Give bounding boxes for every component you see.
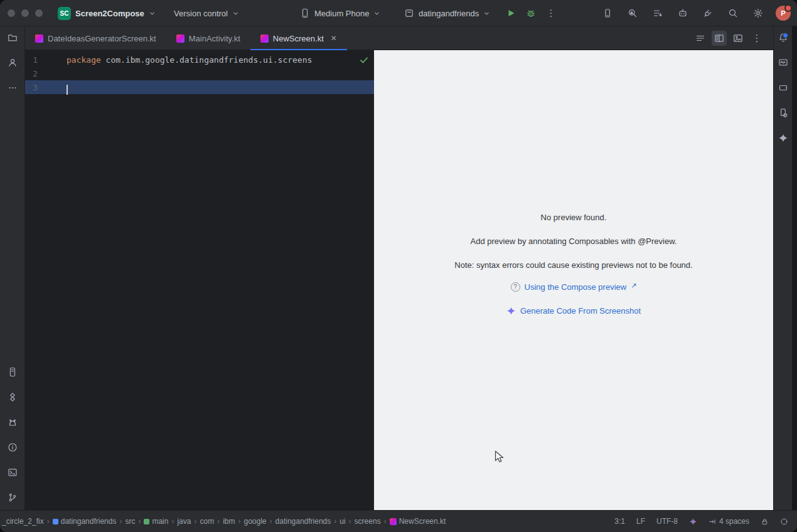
compose-preview-help-link[interactable]: ? Using the Compose preview ↗ <box>374 282 773 292</box>
breadcrumb-separator: › <box>47 517 50 526</box>
keyword: package <box>67 55 101 65</box>
collaboration-tool-button[interactable] <box>5 55 20 70</box>
run-configuration-selector[interactable]: datingandfriends <box>404 0 490 26</box>
breadcrumb-item[interactable]: NewScreen.kt <box>390 517 446 526</box>
generate-code-link[interactable]: Generate Code From Screenshot <box>374 306 773 316</box>
landscape-phone-icon <box>778 83 788 93</box>
caret-position-widget[interactable]: 3:1 <box>614 517 625 526</box>
status-indicator-widget[interactable] <box>780 518 788 526</box>
tab-dateideasgeneratorscreen[interactable]: DateIdeasGeneratorScreen.kt <box>25 26 166 50</box>
breadcrumb-item[interactable]: google <box>243 517 266 526</box>
task-list-button[interactable] <box>650 6 665 21</box>
task-list-icon <box>653 8 663 18</box>
external-link-icon: ↗ <box>631 282 636 290</box>
more-run-options-button[interactable]: ⋮ <box>543 6 559 21</box>
text-caret <box>67 85 68 95</box>
kotlin-file-icon <box>176 35 185 43</box>
code-view-button[interactable] <box>693 31 708 46</box>
code-line: 2 <box>25 66 374 80</box>
inspections-ok-check-icon[interactable] <box>359 55 369 65</box>
device-manager-tool-button[interactable] <box>776 105 791 120</box>
close-window-button[interactable] <box>8 9 15 17</box>
profiler-tool-button[interactable] <box>776 55 791 70</box>
line-number[interactable]: 2 <box>25 69 38 78</box>
app-quality-insights-tool-button[interactable] <box>5 390 20 405</box>
running-devices-tool-button[interactable] <box>5 364 20 380</box>
profile-avatar[interactable]: P <box>776 6 791 21</box>
plugins-button[interactable] <box>700 6 715 21</box>
breadcrumb-item[interactable]: main <box>144 517 168 526</box>
breadcrumb-separator: › <box>384 517 387 526</box>
problems-tool-button[interactable] <box>5 440 20 455</box>
indent-widget[interactable]: 4 spaces <box>709 517 749 526</box>
generate-code-link-label: Generate Code From Screenshot <box>520 306 641 316</box>
breadcrumb-separator: › <box>238 517 240 526</box>
design-view-button[interactable] <box>730 31 746 46</box>
notifications-button[interactable] <box>776 30 791 45</box>
breadcrumb-item[interactable]: _circle_2_fix <box>2 517 44 526</box>
terminal-tool-button[interactable] <box>5 465 20 480</box>
find-button[interactable]: a <box>625 6 640 21</box>
run-button[interactable] <box>503 6 518 21</box>
ai-assistant-button[interactable] <box>675 6 690 21</box>
breadcrumb-item[interactable]: ui <box>340 517 345 526</box>
device-icon <box>602 8 612 18</box>
encoding-widget[interactable]: UTF-8 <box>656 517 678 526</box>
gemini-tool-button[interactable] <box>776 130 791 146</box>
code-view-icon <box>695 33 705 43</box>
device-manager-button[interactable] <box>600 6 615 21</box>
code-editor[interactable]: 1 package com.ibm.google.datingandfriend… <box>25 50 374 510</box>
search-everywhere-button[interactable] <box>725 6 741 21</box>
project-tool-button[interactable] <box>5 30 20 45</box>
left-tool-stripe <box>0 26 25 510</box>
tab-newscreen[interactable]: NewScreen.kt ✕ <box>250 26 347 50</box>
plug-icon <box>703 8 713 18</box>
git-branch-icon <box>8 492 18 503</box>
lock-icon <box>761 518 769 526</box>
tab-mainactivity[interactable]: MainActivity.kt <box>166 26 250 50</box>
debug-button[interactable] <box>523 6 538 21</box>
no-preview-title: No preview found. <box>374 213 773 222</box>
status-circle-icon <box>780 518 788 526</box>
ellipsis-icon <box>8 83 18 93</box>
kotlin-file-icon <box>260 35 269 43</box>
breadcrumb-item[interactable]: screens <box>355 517 381 526</box>
editor-tab-bar: DateIdeasGeneratorScreen.kt MainActivity… <box>25 26 773 50</box>
find-icon: a <box>628 8 638 18</box>
minimize-window-button[interactable] <box>21 9 29 17</box>
gemini-status-widget[interactable] <box>689 518 697 526</box>
breadcrumbs: _circle_2_fix › datingandfriends › src ›… <box>2 511 446 532</box>
version-control-tool-button[interactable] <box>5 490 20 505</box>
breadcrumb-item[interactable]: ibm <box>223 517 235 526</box>
more-tool-windows-button[interactable] <box>5 80 20 95</box>
app-logo: SC <box>58 7 71 20</box>
person-icon <box>8 58 18 68</box>
line-separator-widget[interactable]: LF <box>636 517 645 526</box>
logcat-tool-button[interactable] <box>5 415 20 430</box>
maximize-window-button[interactable] <box>35 9 43 17</box>
project-widget[interactable]: SC Screen2Compose <box>58 0 156 26</box>
close-tab-icon[interactable]: ✕ <box>331 34 337 43</box>
breadcrumb-separator: › <box>138 517 141 526</box>
running-devices-tool-button[interactable] <box>776 80 791 95</box>
line-number[interactable]: 3 <box>25 83 38 92</box>
breadcrumb-separator: › <box>349 517 351 526</box>
split-view-button[interactable] <box>712 31 727 46</box>
preview-hint-line1: Add preview by annotating Composables wi… <box>374 237 773 246</box>
breadcrumb-item[interactable]: java <box>177 517 191 526</box>
line-number[interactable]: 1 <box>25 55 38 65</box>
editor-more-options-button[interactable]: ⋮ <box>749 31 764 46</box>
breadcrumb-item[interactable]: datingandfriends <box>275 517 331 526</box>
tab-label: DateIdeasGeneratorScreen.kt <box>48 34 156 43</box>
device-selector[interactable]: Medium Phone <box>300 0 380 26</box>
breadcrumb-item[interactable]: datingandfriends <box>53 517 117 526</box>
settings-button[interactable] <box>751 6 766 21</box>
notification-dot <box>784 4 792 12</box>
breadcrumb-item[interactable]: com <box>200 517 214 526</box>
folder-icon <box>8 33 18 43</box>
breadcrumb-item[interactable]: src <box>125 517 135 526</box>
compose-preview-pane: No preview found. Add preview by annotat… <box>374 50 773 510</box>
write-access-widget[interactable] <box>761 518 769 526</box>
version-control-widget[interactable]: Version control <box>174 0 239 26</box>
info-circle-icon <box>8 442 18 452</box>
